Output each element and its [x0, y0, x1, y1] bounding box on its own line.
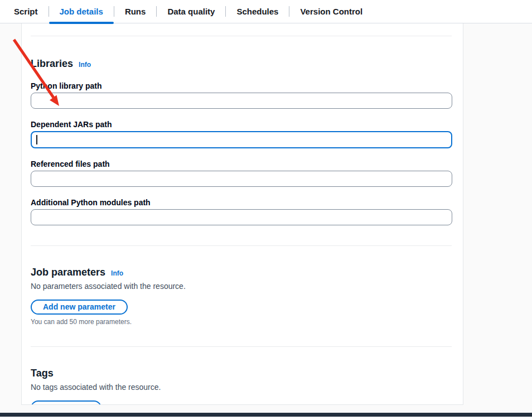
- referenced-files-path-input[interactable]: [31, 171, 452, 187]
- tab-data-quality[interactable]: Data quality: [157, 0, 225, 23]
- content-area: Libraries Info Python library path Depen…: [0, 23, 532, 405]
- tab-script-label: Script: [14, 7, 38, 16]
- job-details-panel: Libraries Info Python library path Depen…: [21, 23, 463, 405]
- additional-python-modules-path-input[interactable]: [31, 209, 452, 225]
- add-new-parameter-button[interactable]: Add new parameter: [31, 300, 128, 315]
- libraries-section: Libraries Info Python library path Depen…: [31, 57, 452, 225]
- tab-version-control[interactable]: Version Control: [289, 0, 373, 23]
- tab-runs-label: Runs: [125, 7, 146, 16]
- python-library-path-label: Python library path: [31, 80, 452, 91]
- job-parameters-helper-text: You can add 50 more parameters.: [31, 318, 452, 326]
- tab-job-details-label: Job details: [60, 7, 103, 16]
- section-divider: [31, 245, 452, 246]
- tab-job-details[interactable]: Job details: [49, 0, 114, 23]
- job-parameters-info-link[interactable]: Info: [111, 269, 123, 277]
- job-parameters-section: Job parameters Info No parameters associ…: [31, 266, 452, 326]
- tab-bar: Script Job details Runs Data quality Sch…: [0, 0, 532, 23]
- tab-schedules-label: Schedules: [236, 7, 278, 16]
- tab-runs[interactable]: Runs: [114, 0, 157, 23]
- add-new-tag-button[interactable]: Add new tag: [31, 400, 101, 405]
- tags-section: Tags No tags associated with the resourc…: [31, 367, 452, 405]
- console-footer-bar: [0, 413, 532, 417]
- referenced-files-path-label: Referenced files path: [31, 158, 452, 170]
- bottom-strip: [0, 405, 532, 413]
- tab-version-control-label: Version Control: [300, 7, 362, 16]
- dependent-jars-path-label: Dependent JARs path: [31, 119, 452, 130]
- python-library-path-input[interactable]: [31, 93, 452, 109]
- libraries-info-link[interactable]: Info: [79, 61, 91, 69]
- libraries-heading: Libraries: [31, 57, 73, 70]
- tab-schedules[interactable]: Schedules: [226, 0, 289, 23]
- section-divider: [31, 36, 452, 36]
- text-cursor: [36, 135, 37, 144]
- dependent-jars-path-input[interactable]: [31, 131, 452, 148]
- section-divider: [31, 346, 452, 347]
- job-parameters-heading: Job parameters: [31, 266, 105, 279]
- bottom-margin: [0, 417, 532, 420]
- job-parameters-empty-text: No parameters associated with the resour…: [31, 281, 452, 292]
- tags-empty-text: No tags associated with the resource.: [31, 382, 452, 393]
- additional-python-modules-path-label: Additional Python modules path: [31, 197, 452, 208]
- tags-heading: Tags: [31, 367, 54, 380]
- tab-data-quality-label: Data quality: [167, 7, 215, 16]
- tab-script[interactable]: Script: [3, 0, 49, 23]
